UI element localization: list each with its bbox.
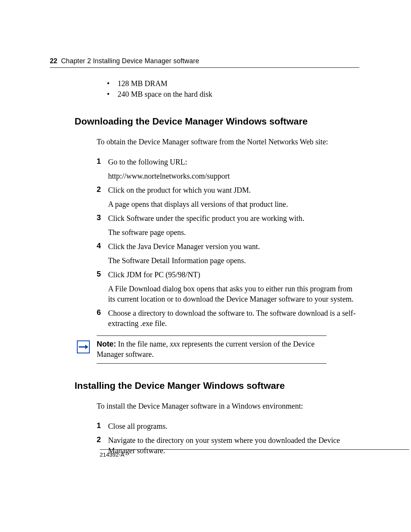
step-item: 1 Go to the following URL: http://www.no… xyxy=(97,157,359,181)
arrow-right-icon xyxy=(77,340,91,353)
step-text: Close all programs. xyxy=(108,421,359,431)
step-text: Go to the following URL: xyxy=(108,157,359,167)
step-body: Click on the product for which you want … xyxy=(108,185,359,209)
page: 22 Chapter 2 Installing Device Manager s… xyxy=(0,0,411,532)
step-body: Click JDM for PC (95/98/NT) A File Downl… xyxy=(108,270,359,304)
page-number: 22 xyxy=(50,57,57,65)
step-number: 3 xyxy=(97,213,108,238)
list-item: 128 MB DRAM xyxy=(107,78,359,89)
step-text: Choose a directory to download the softw… xyxy=(108,308,359,329)
note-prefix: In the file name, xyxy=(116,340,170,348)
step-number: 4 xyxy=(97,241,108,266)
footer: 214392-A xyxy=(100,449,409,458)
step-body: Close all programs. xyxy=(108,421,359,431)
note-block: Note: In the file name, xxx represents t… xyxy=(97,335,327,364)
step-number: 1 xyxy=(97,157,108,181)
step-text: A File Download dialog box opens that as… xyxy=(108,284,359,304)
step-number: 1 xyxy=(97,421,108,431)
step-item: 4 Click the Java Device Manager version … xyxy=(97,241,359,266)
doc-id: 214392-A xyxy=(100,451,124,458)
running-header: 22 Chapter 2 Installing Device Manager s… xyxy=(50,57,359,68)
download-steps: 1 Go to the following URL: http://www.no… xyxy=(97,157,359,329)
step-text: http://www.nortelnetworks.com/support xyxy=(108,171,359,181)
step-item: 3 Click Software under the specific prod… xyxy=(97,213,359,238)
section-intro: To install the Device Manager software i… xyxy=(97,402,359,411)
step-number: 6 xyxy=(97,308,108,329)
body-column: 128 MB DRAM 240 MB space on the hard dis… xyxy=(75,78,359,456)
step-body: Go to the following URL: http://www.nort… xyxy=(108,157,359,181)
step-text: The Software Detail Information page ope… xyxy=(108,256,359,266)
step-item: 2 Click on the product for which you wan… xyxy=(97,185,359,209)
step-text: Click the Java Device Manager version yo… xyxy=(108,241,359,252)
note-text: Note: In the file name, xxx represents t… xyxy=(97,339,327,359)
step-item: 5 Click JDM for PC (95/98/NT) A File Dow… xyxy=(97,270,359,304)
section-heading-install: Installing the Device Manger Windows sof… xyxy=(75,380,359,391)
requirements-list: 128 MB DRAM 240 MB space on the hard dis… xyxy=(107,78,359,99)
content-frame: 22 Chapter 2 Installing Device Manager s… xyxy=(50,57,359,460)
section-intro: To obtain the Device Manager software fr… xyxy=(97,137,359,146)
step-number: 2 xyxy=(97,185,108,209)
section-heading-download: Downloading the Device Manager Windows s… xyxy=(75,116,359,127)
step-text: Click Software under the specific produc… xyxy=(108,213,359,224)
step-body: Click the Java Device Manager version yo… xyxy=(108,241,359,266)
step-text: The software page opens. xyxy=(108,227,359,238)
step-body: Click Software under the specific produc… xyxy=(108,213,359,238)
step-text: A page opens that displays all versions … xyxy=(108,199,359,209)
step-text: Click on the product for which you want … xyxy=(108,185,359,195)
step-item: 1 Close all programs. xyxy=(97,421,359,431)
note-label: Note: xyxy=(97,340,116,348)
step-item: 6 Choose a directory to download the sof… xyxy=(97,308,359,329)
chapter-title: Chapter 2 Installing Device Manager soft… xyxy=(61,57,199,65)
step-number: 5 xyxy=(97,270,108,304)
svg-marker-2 xyxy=(85,345,88,349)
list-item: 240 MB space on the hard disk xyxy=(107,89,359,99)
step-body: Choose a directory to download the softw… xyxy=(108,308,359,329)
note-italic: xxx xyxy=(170,340,180,348)
step-text: Click JDM for PC (95/98/NT) xyxy=(108,270,359,280)
